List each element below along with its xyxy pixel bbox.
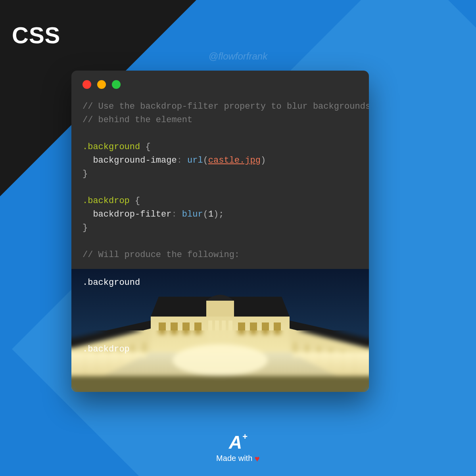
css-badge: CSS	[12, 22, 60, 48]
backdrop-blur-layer	[71, 330, 369, 392]
comment-line: // Use the backdrop-filter property to b…	[83, 102, 369, 111]
css-property: background-image	[93, 155, 177, 165]
made-with: Made with ♥	[0, 454, 476, 464]
heart-icon: ♥	[255, 454, 260, 464]
demo-image-area: .background .backdrop	[71, 269, 369, 392]
author-handle: @flowforfrank	[0, 51, 476, 62]
code-editor-window: // Use the backdrop-filter property to b…	[71, 71, 369, 392]
code-block: // Use the backdrop-filter property to b…	[71, 93, 369, 270]
paren: (	[203, 209, 208, 219]
logo: A+	[229, 432, 247, 453]
css-selector: .backdrop	[83, 196, 130, 206]
close-dot	[83, 80, 91, 89]
css-value: 1	[208, 209, 213, 219]
logo-plus: +	[242, 432, 247, 441]
demo-label-backdrop: .backdrop	[83, 344, 130, 354]
css-url-arg: castle.jpg	[208, 155, 261, 165]
svg-rect-2	[206, 301, 234, 319]
zoom-dot	[112, 80, 121, 89]
css-selector: .background	[83, 142, 140, 152]
comment-line: // behind the element	[83, 115, 192, 125]
traffic-lights	[71, 71, 369, 93]
css-property: backdrop-filter	[93, 209, 171, 219]
comment-line: // Will produce the following:	[83, 250, 240, 260]
css-func: url	[187, 155, 203, 165]
brace: {	[145, 142, 150, 152]
brace: }	[83, 223, 88, 233]
colon: :	[177, 155, 182, 165]
brace: }	[83, 169, 88, 179]
minimize-dot	[97, 80, 106, 89]
brace: {	[135, 196, 140, 206]
demo-label-background: .background	[83, 278, 140, 288]
css-func: blur	[182, 209, 203, 219]
paren: (	[203, 155, 208, 165]
semicolon: ;	[219, 209, 224, 219]
logo-letter: A	[229, 432, 242, 453]
paren: )	[261, 155, 266, 165]
paren: )	[213, 209, 219, 219]
stage: CSS @flowforfrank // Use the backdrop-fi…	[0, 0, 476, 476]
footer: A+ Made with ♥	[0, 432, 476, 464]
made-with-text: Made with	[216, 454, 252, 463]
colon: :	[171, 209, 177, 219]
